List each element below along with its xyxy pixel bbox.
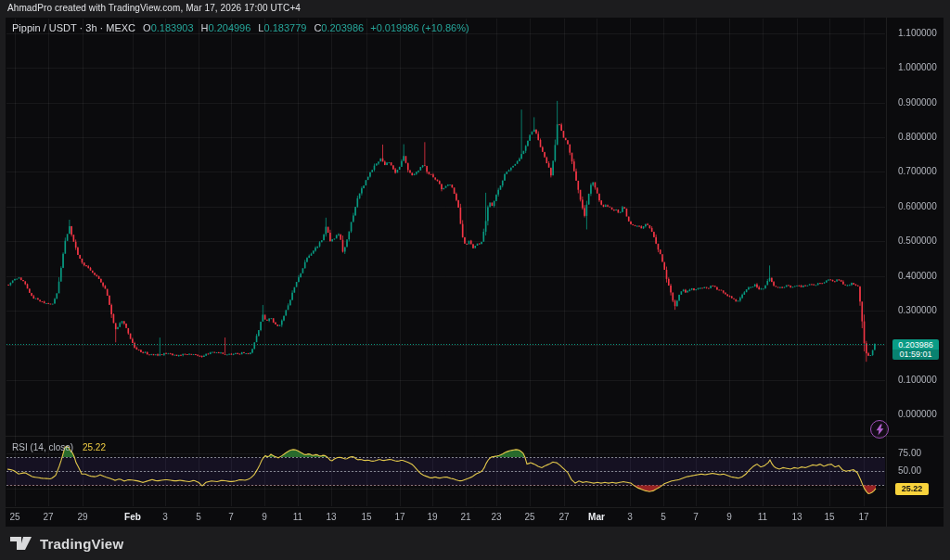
time-axis-label: 11 [293,512,302,522]
price-axis-label: 0.500000 [898,235,937,246]
ohlc-number: 0.183779 [263,22,306,33]
price-axis-label: 0.800000 [898,132,937,142]
time-axis-label: 19 [427,512,437,522]
ohlc-number: 0.204996 [208,22,250,33]
time-axis-label: 13 [791,512,802,522]
time-axis-label: 9 [726,512,732,522]
time-axis-label: 15 [361,512,371,522]
ohlc-letter: O [143,22,151,33]
time-axis-label: 5 [196,512,201,522]
time-axis-label: 17 [394,512,404,522]
rsi-axis-label: 75.00 [898,448,921,458]
current-price-value: 0.203986 [892,339,939,350]
rsi-indicator-legend[interactable]: RSI (14, close) 25.22 [12,442,106,452]
price-axis-label: 1.100000 [898,28,937,38]
ohlc-values: O0.183903H0.204996L0.183779C0.203986 [135,22,364,33]
time-axis-label: 3 [162,512,168,522]
bar-countdown: 01:59:01 [892,350,939,360]
price-axis-label: 0.400000 [898,271,937,281]
time-axis-label: 7 [693,512,699,522]
rsi-name: RSI [12,442,28,452]
time-axis-label: Mar [588,512,605,522]
chart-legend: Pippin / USDT · 3h · MEXCO0.183903H0.204… [12,22,469,33]
price-axis-label: 1.000000 [898,62,937,72]
rsi-current-value: 25.22 [83,442,106,452]
symbol-title[interactable]: Pippin / USDT · 3h · MEXC [12,22,135,33]
attribution-text: AhmadPro created with TradingView.com, M… [7,3,301,13]
time-axis-label: 15 [824,512,834,522]
price-axis-label: 0.900000 [898,97,937,108]
tradingview-logo-icon [9,534,33,553]
time-axis-label: 9 [262,512,267,522]
rsi-value-badge: 25.22 [895,483,929,495]
time-axis-label: 13 [326,512,336,522]
time-axis-label: 25 [9,512,19,522]
time-axis-label: 25 [524,512,534,522]
candlestick-chart-canvas[interactable] [0,0,950,560]
price-axis-label: 0.300000 [898,305,937,315]
lightning-bolt-icon [875,424,885,436]
time-axis-label: 29 [77,512,87,522]
tradingview-logo-text: TradingView [40,536,123,552]
time-axis-label: Feb [124,512,141,522]
time-axis-label: 17 [858,512,868,522]
current-price-badge: 0.203986 01:59:01 [892,339,939,360]
time-axis-label: 27 [558,512,569,522]
time-axis-label: 3 [627,512,633,522]
time-axis-label: 23 [491,512,501,522]
change-value: +0.019986 (+10.86%) [370,22,469,33]
ohlc-number: 0.203986 [321,22,364,33]
time-axis-label: 5 [661,512,666,522]
tradingview-chart-snapshot: AhmadPro created with TradingView.com, M… [0,0,950,560]
time-axis-label: 7 [228,512,234,522]
price-axis-label: 0.100000 [898,375,937,385]
ohlc-number: 0.183903 [151,22,194,33]
price-axis-label: 0.000000 [898,409,937,419]
time-axis-label: 11 [758,512,767,522]
price-axis-label: 0.600000 [898,201,937,211]
time-axis-label: 21 [460,512,470,522]
time-axis-label: 27 [43,512,53,522]
rsi-axis-label: 50.00 [898,465,921,476]
tradingview-logo[interactable]: TradingView [9,534,123,553]
quick-trade-button[interactable] [870,420,889,439]
price-axis-label: 0.700000 [898,166,937,176]
